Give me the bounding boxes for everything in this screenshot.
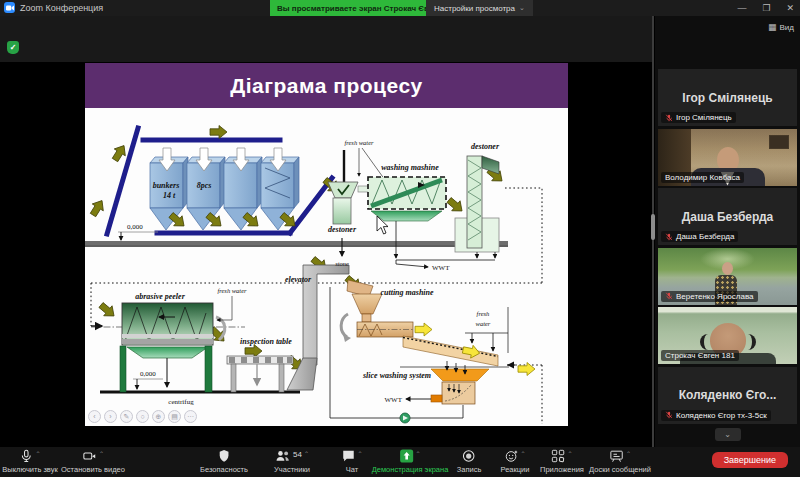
participants-button[interactable]: 54 ⌃ Участники	[274, 449, 310, 474]
share-screen-button[interactable]: ⌃ Демонстрация экрана	[372, 449, 449, 474]
participant-label: Ігор Смілянець	[661, 112, 736, 123]
nav-grid-icon[interactable]: ▤	[168, 410, 181, 423]
label-destoner-mid: destoner	[328, 225, 357, 234]
chevron-up-icon[interactable]: ⌃	[415, 450, 420, 457]
camera-icon	[82, 449, 97, 463]
whiteboard-icon	[609, 449, 624, 463]
process-diagram: bunkers 14 t 8pcs 0,000 fresh water wash…	[85, 108, 568, 426]
label-wwt-top: WWT	[432, 264, 450, 272]
record-icon	[462, 449, 476, 463]
label-zero-top: 0,000	[127, 223, 143, 231]
zoom-app-icon	[4, 2, 15, 13]
label-water-small: water	[476, 320, 491, 327]
participants-panel: ▦ Вид Ігор Смілянець Ігор Смілянець Воло…	[655, 16, 800, 447]
participants-icon	[275, 449, 291, 463]
end-meeting-button[interactable]: Завершение	[712, 452, 788, 468]
label-fresh-water-peeler: fresh water	[217, 287, 247, 294]
label-inspection-table: inspection table	[240, 337, 292, 346]
window-titlebar: Zoom Конференция Вы просматриваете экран…	[0, 0, 800, 16]
label-slice-washing: slice washing system	[362, 371, 431, 380]
share-screen-icon	[399, 449, 413, 463]
mic-muted-icon	[665, 292, 673, 300]
microphone-icon	[19, 449, 33, 463]
reactions-button[interactable]: ⌃ Реакции	[501, 449, 530, 474]
participant-tile[interactable]: Веретенко Ярослава	[658, 248, 797, 305]
share-top-strip	[0, 16, 652, 62]
nav-zoom-icon[interactable]: ⊕	[152, 410, 165, 423]
chevron-up-icon[interactable]: ⌃	[626, 450, 631, 457]
label-centrifug: centrifug	[168, 398, 194, 406]
nav-pen-icon[interactable]: ✎	[120, 410, 133, 423]
participant-tile[interactable]: Коляденко Єго... Коляденко Єгор тх-3-5ск	[658, 367, 797, 424]
label-stone: stone	[335, 260, 349, 267]
label-pcs: 8pcs	[197, 181, 212, 190]
encryption-shield-icon: ✓	[7, 41, 19, 54]
label-wwt-bottom: WWT	[385, 396, 403, 404]
chat-icon	[341, 449, 355, 463]
slideshow-nav-controls: ‹ › ✎ ○ ⊕ ▤ ⋯	[88, 410, 197, 423]
chevron-up-icon[interactable]: ⌃	[304, 450, 309, 457]
chevron-up-icon[interactable]: ⌃	[357, 450, 362, 457]
chevron-up-icon[interactable]: ⌃	[99, 450, 104, 457]
meeting-toolbar: ⌃ Выключить звук ⌃ Остановить видео Безо…	[0, 447, 800, 477]
mic-muted-icon	[665, 411, 673, 419]
chat-button[interactable]: ⌃ Чат	[341, 449, 362, 474]
participants-count: 54	[293, 450, 302, 459]
participant-label: Володимир Ковбаса	[661, 172, 744, 183]
gallery-view-icon: ▦	[768, 22, 777, 32]
participant-label: Даша Безберда	[661, 231, 738, 242]
participant-tile[interactable]: Володимир Ковбаса	[658, 129, 797, 186]
chevron-down-icon: ⌄	[519, 4, 525, 12]
label-bunkers: bunkers	[153, 181, 180, 190]
slide-header: Діаграма процесу	[85, 63, 568, 108]
mic-muted-icon	[665, 114, 673, 122]
participant-label: Веретенко Ярослава	[661, 291, 758, 302]
chevron-up-icon[interactable]: ⌃	[35, 450, 40, 457]
label-zero-bottom: 0,000	[140, 370, 156, 378]
presentation-slide: Діаграма процесу	[85, 63, 568, 426]
shared-screen-area: ✓ Діаграма процесу	[0, 16, 652, 447]
mic-muted-icon	[665, 233, 673, 241]
close-button[interactable]: ✕	[786, 3, 794, 13]
label-fresh-small: fresh	[477, 310, 490, 317]
record-button[interactable]: Запись	[457, 449, 482, 474]
slide-title: Діаграма процесу	[230, 74, 423, 98]
label-bunkers-qty: 14 t	[163, 191, 176, 200]
label-fresh-water-top: fresh water	[344, 139, 374, 146]
participant-tile[interactable]: Ігор Смілянець Ігор Смілянець	[658, 69, 797, 126]
apps-icon	[551, 449, 565, 463]
window-title: Zoom Конференция	[20, 3, 103, 13]
reactions-smiley-icon	[504, 449, 518, 463]
participant-label: Строкач Євген 181	[661, 350, 739, 361]
apps-button[interactable]: ⌃ Приложения	[540, 449, 584, 474]
view-button[interactable]: ▦ Вид	[768, 22, 794, 32]
nav-more-icon[interactable]: ⋯	[184, 410, 197, 423]
stop-video-button[interactable]: ⌃ Остановить видео	[61, 449, 125, 474]
label-abrasive-peeler: abrasive peeler	[135, 292, 185, 301]
whiteboards-button[interactable]: ⌃ Доски сообщений	[589, 449, 651, 474]
mute-button[interactable]: ⌃ Выключить звук	[2, 449, 57, 474]
maximize-button[interactable]: ❐	[762, 3, 770, 13]
view-settings-button[interactable]: Настройки просмотра ⌄	[426, 0, 533, 16]
label-washing-machine: washing mashine	[381, 163, 439, 172]
shield-icon	[217, 449, 231, 463]
nav-next-icon[interactable]: ›	[104, 410, 117, 423]
label-destoner-right: destoner	[471, 142, 500, 151]
collapse-panel-button[interactable]: ⌄	[715, 428, 741, 441]
participant-label: Коляденко Єгор тх-3-5ск	[661, 410, 771, 421]
participant-tile-active-speaker[interactable]: Строкач Євген 181	[658, 307, 797, 364]
nav-prev-icon[interactable]: ‹	[88, 410, 101, 423]
chevron-up-icon[interactable]: ⌃	[567, 450, 572, 457]
security-button[interactable]: Безопасность	[200, 449, 248, 474]
label-cutting-machine: cutting mashine	[380, 288, 434, 297]
minimize-button[interactable]: —	[737, 3, 746, 13]
label-elevator: elevator	[285, 275, 312, 284]
chevron-down-icon: ⌄	[724, 430, 731, 439]
participant-tile[interactable]: Даша Безберда Даша Безберда	[658, 188, 797, 245]
chevron-up-icon[interactable]: ⌃	[520, 450, 525, 457]
nav-laser-icon[interactable]: ○	[136, 410, 149, 423]
